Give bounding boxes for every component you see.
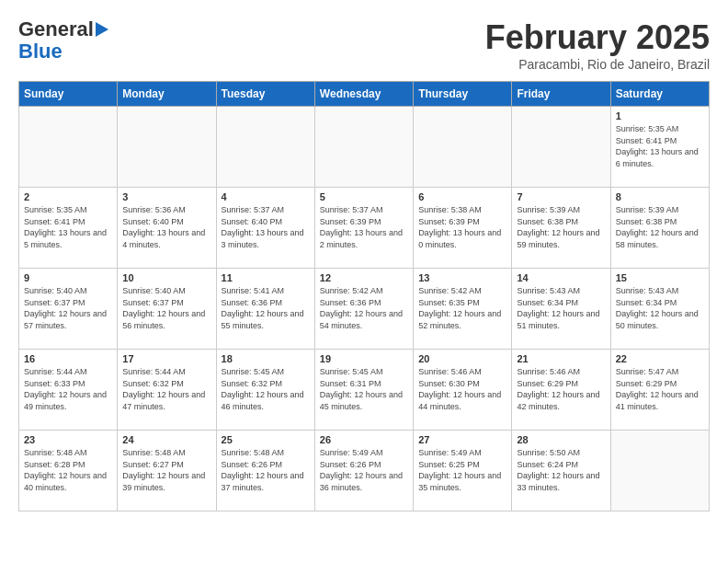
day-info: Sunrise: 5:46 AM Sunset: 6:29 PM Dayligh… xyxy=(517,366,605,412)
day-number: 11 xyxy=(222,272,310,283)
calendar-day: 4Sunrise: 5:37 AM Sunset: 6:40 PM Daylig… xyxy=(216,188,314,269)
day-info: Sunrise: 5:38 AM Sunset: 6:39 PM Dayligh… xyxy=(418,204,506,250)
col-wednesday: Wednesday xyxy=(314,82,413,107)
calendar-title: February 2025 xyxy=(485,18,710,57)
day-number: 13 xyxy=(418,272,506,283)
day-number: 26 xyxy=(320,434,408,445)
day-number: 18 xyxy=(222,353,310,364)
calendar-day: 11Sunrise: 5:41 AM Sunset: 6:36 PM Dayli… xyxy=(216,269,314,350)
calendar-day: 20Sunrise: 5:46 AM Sunset: 6:30 PM Dayli… xyxy=(414,350,512,431)
day-number: 23 xyxy=(24,434,112,445)
calendar-day: 10Sunrise: 5:40 AM Sunset: 6:37 PM Dayli… xyxy=(118,269,216,350)
calendar-day: 12Sunrise: 5:42 AM Sunset: 6:36 PM Dayli… xyxy=(314,269,413,350)
day-info: Sunrise: 5:45 AM Sunset: 6:31 PM Dayligh… xyxy=(320,366,408,412)
calendar-day: 21Sunrise: 5:46 AM Sunset: 6:29 PM Dayli… xyxy=(512,350,610,431)
calendar-day xyxy=(610,431,709,511)
calendar-day: 7Sunrise: 5:39 AM Sunset: 6:38 PM Daylig… xyxy=(512,188,610,269)
day-number: 2 xyxy=(24,191,112,202)
day-info: Sunrise: 5:42 AM Sunset: 6:35 PM Dayligh… xyxy=(418,285,506,331)
calendar-day xyxy=(314,107,413,188)
day-number: 6 xyxy=(418,191,506,202)
day-info: Sunrise: 5:45 AM Sunset: 6:32 PM Dayligh… xyxy=(222,366,310,412)
col-sunday: Sunday xyxy=(19,82,118,107)
day-number: 1 xyxy=(616,110,704,121)
calendar-day: 9Sunrise: 5:40 AM Sunset: 6:37 PM Daylig… xyxy=(19,269,118,350)
calendar-day: 26Sunrise: 5:49 AM Sunset: 6:26 PM Dayli… xyxy=(314,431,413,511)
day-info: Sunrise: 5:39 AM Sunset: 6:38 PM Dayligh… xyxy=(616,204,704,250)
calendar-day: 3Sunrise: 5:36 AM Sunset: 6:40 PM Daylig… xyxy=(118,188,216,269)
calendar-day: 6Sunrise: 5:38 AM Sunset: 6:39 PM Daylig… xyxy=(414,188,512,269)
calendar-day: 13Sunrise: 5:42 AM Sunset: 6:35 PM Dayli… xyxy=(414,269,512,350)
day-info: Sunrise: 5:40 AM Sunset: 6:37 PM Dayligh… xyxy=(24,285,112,331)
logo-text-blue: Blue xyxy=(18,40,63,63)
day-info: Sunrise: 5:35 AM Sunset: 6:41 PM Dayligh… xyxy=(616,123,704,169)
day-info: Sunrise: 5:48 AM Sunset: 6:28 PM Dayligh… xyxy=(24,447,112,493)
col-thursday: Thursday xyxy=(414,82,512,107)
calendar-week-3: 16Sunrise: 5:44 AM Sunset: 6:33 PM Dayli… xyxy=(19,350,710,431)
calendar-day: 16Sunrise: 5:44 AM Sunset: 6:33 PM Dayli… xyxy=(19,350,118,431)
col-friday: Friday xyxy=(512,82,610,107)
calendar-day: 27Sunrise: 5:49 AM Sunset: 6:25 PM Dayli… xyxy=(414,431,512,511)
calendar-day xyxy=(19,107,118,188)
calendar-day: 22Sunrise: 5:47 AM Sunset: 6:29 PM Dayli… xyxy=(610,350,709,431)
col-tuesday: Tuesday xyxy=(216,82,314,107)
day-number: 16 xyxy=(24,353,112,364)
col-saturday: Saturday xyxy=(610,82,709,107)
day-number: 3 xyxy=(122,191,210,202)
calendar-day: 2Sunrise: 5:35 AM Sunset: 6:41 PM Daylig… xyxy=(19,188,118,269)
calendar-day xyxy=(512,107,610,188)
title-section: February 2025 Paracambi, Rio de Janeiro,… xyxy=(485,18,710,72)
day-number: 24 xyxy=(122,434,210,445)
day-number: 12 xyxy=(320,272,408,283)
day-info: Sunrise: 5:49 AM Sunset: 6:26 PM Dayligh… xyxy=(320,447,408,493)
day-info: Sunrise: 5:39 AM Sunset: 6:38 PM Dayligh… xyxy=(517,204,605,250)
calendar-day: 19Sunrise: 5:45 AM Sunset: 6:31 PM Dayli… xyxy=(314,350,413,431)
calendar-day xyxy=(216,107,314,188)
calendar-week-2: 9Sunrise: 5:40 AM Sunset: 6:37 PM Daylig… xyxy=(19,269,710,350)
day-number: 15 xyxy=(616,272,704,283)
day-info: Sunrise: 5:44 AM Sunset: 6:33 PM Dayligh… xyxy=(24,366,112,412)
day-number: 22 xyxy=(616,353,704,364)
day-info: Sunrise: 5:37 AM Sunset: 6:40 PM Dayligh… xyxy=(222,204,310,250)
day-info: Sunrise: 5:48 AM Sunset: 6:27 PM Dayligh… xyxy=(122,447,210,493)
day-number: 8 xyxy=(616,191,704,202)
day-info: Sunrise: 5:41 AM Sunset: 6:36 PM Dayligh… xyxy=(222,285,310,331)
calendar-table: Sunday Monday Tuesday Wednesday Thursday… xyxy=(18,81,710,511)
day-number: 14 xyxy=(517,272,605,283)
day-info: Sunrise: 5:48 AM Sunset: 6:26 PM Dayligh… xyxy=(222,447,310,493)
calendar-day: 17Sunrise: 5:44 AM Sunset: 6:32 PM Dayli… xyxy=(118,350,216,431)
calendar-day: 25Sunrise: 5:48 AM Sunset: 6:26 PM Dayli… xyxy=(216,431,314,511)
day-info: Sunrise: 5:50 AM Sunset: 6:24 PM Dayligh… xyxy=(517,447,605,493)
day-info: Sunrise: 5:35 AM Sunset: 6:41 PM Dayligh… xyxy=(24,204,112,250)
header: General Blue February 2025 Paracambi, Ri… xyxy=(18,18,710,72)
day-number: 9 xyxy=(24,272,112,283)
day-info: Sunrise: 5:43 AM Sunset: 6:34 PM Dayligh… xyxy=(517,285,605,331)
calendar-week-1: 2Sunrise: 5:35 AM Sunset: 6:41 PM Daylig… xyxy=(19,188,710,269)
day-number: 28 xyxy=(517,434,605,445)
day-info: Sunrise: 5:49 AM Sunset: 6:25 PM Dayligh… xyxy=(418,447,506,493)
calendar-day: 23Sunrise: 5:48 AM Sunset: 6:28 PM Dayli… xyxy=(19,431,118,511)
logo-text-general: General xyxy=(18,18,94,40)
day-info: Sunrise: 5:43 AM Sunset: 6:34 PM Dayligh… xyxy=(616,285,704,331)
day-number: 20 xyxy=(418,353,506,364)
day-number: 10 xyxy=(122,272,210,283)
calendar-subtitle: Paracambi, Rio de Janeiro, Brazil xyxy=(485,57,710,72)
col-monday: Monday xyxy=(118,82,216,107)
calendar-day: 8Sunrise: 5:39 AM Sunset: 6:38 PM Daylig… xyxy=(610,188,709,269)
day-info: Sunrise: 5:47 AM Sunset: 6:29 PM Dayligh… xyxy=(616,366,704,412)
day-number: 17 xyxy=(122,353,210,364)
day-number: 4 xyxy=(222,191,310,202)
day-number: 27 xyxy=(418,434,506,445)
calendar-day: 28Sunrise: 5:50 AM Sunset: 6:24 PM Dayli… xyxy=(512,431,610,511)
day-info: Sunrise: 5:46 AM Sunset: 6:30 PM Dayligh… xyxy=(418,366,506,412)
day-info: Sunrise: 5:36 AM Sunset: 6:40 PM Dayligh… xyxy=(122,204,210,250)
calendar-week-4: 23Sunrise: 5:48 AM Sunset: 6:28 PM Dayli… xyxy=(19,431,710,511)
day-info: Sunrise: 5:37 AM Sunset: 6:39 PM Dayligh… xyxy=(320,204,408,250)
day-number: 19 xyxy=(320,353,408,364)
calendar-day: 5Sunrise: 5:37 AM Sunset: 6:39 PM Daylig… xyxy=(314,188,413,269)
day-info: Sunrise: 5:42 AM Sunset: 6:36 PM Dayligh… xyxy=(320,285,408,331)
logo-arrow-icon xyxy=(96,22,108,37)
day-number: 25 xyxy=(222,434,310,445)
calendar-day: 18Sunrise: 5:45 AM Sunset: 6:32 PM Dayli… xyxy=(216,350,314,431)
calendar-body: 1Sunrise: 5:35 AM Sunset: 6:41 PM Daylig… xyxy=(19,107,710,511)
